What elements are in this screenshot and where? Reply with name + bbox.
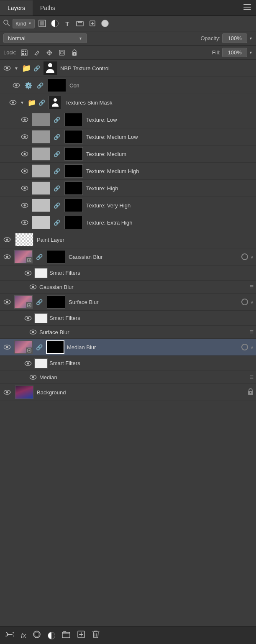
layer-name: Paint Layer xyxy=(37,237,253,243)
pixel-filter-icon[interactable] xyxy=(37,18,47,28)
expand-arrow[interactable]: ▼ xyxy=(20,100,24,105)
collapse-arrow[interactable]: ∧ xyxy=(251,345,253,350)
layer-name: Background xyxy=(37,389,246,396)
eye-icon[interactable] xyxy=(20,218,29,227)
search-icon xyxy=(3,20,10,28)
svg-point-32 xyxy=(23,153,26,155)
smartobject-filter-icon[interactable] xyxy=(87,18,97,28)
shape-filter-icon[interactable] xyxy=(75,18,85,28)
svg-point-67 xyxy=(250,392,251,393)
eye-icon[interactable] xyxy=(28,373,38,382)
layer-row[interactable]: 🔗 Surface Blur ∧ xyxy=(0,294,256,311)
eye-icon[interactable] xyxy=(3,235,12,244)
svg-rect-1 xyxy=(243,7,251,8)
layer-row[interactable]: ▼ 📁 🔗 Textures Skin Mask xyxy=(0,94,256,111)
svg-rect-13 xyxy=(22,53,24,55)
fill-label: Fill: xyxy=(212,49,220,56)
layer-row[interactable]: 🔗 Texture: Medium High xyxy=(0,163,256,180)
smart-filter-thumbnail xyxy=(34,268,48,278)
layer-row[interactable]: 🔗 Gaussian Blur ∧ xyxy=(0,248,256,266)
layer-thumbnail xyxy=(48,79,66,92)
layer-row[interactable]: 🔗 Texture: Extra High xyxy=(0,214,256,231)
blend-mode-select[interactable]: Normal ▼ xyxy=(3,33,87,43)
delete-layer-button[interactable] xyxy=(92,630,100,641)
svg-point-28 xyxy=(23,118,26,120)
add-mask-button[interactable] xyxy=(33,630,41,641)
eye-icon[interactable] xyxy=(23,314,33,323)
layer-thumbnail xyxy=(15,233,33,246)
eye-icon[interactable] xyxy=(23,359,33,368)
eye-icon[interactable] xyxy=(20,166,29,176)
collapse-arrow[interactable]: ∧ xyxy=(251,300,253,304)
fill-input[interactable]: 100% xyxy=(222,48,247,57)
layer-row[interactable]: 🔗 Texture: Medium Low xyxy=(0,128,256,146)
adjustment-icon: ⚙️ xyxy=(24,82,33,89)
new-adjustment-button[interactable] xyxy=(48,632,55,639)
eye-icon[interactable] xyxy=(12,81,21,90)
svg-point-44 xyxy=(6,256,8,258)
tab-paths[interactable]: Paths xyxy=(33,0,63,15)
svg-rect-11 xyxy=(22,51,24,52)
layer-thumbnail xyxy=(49,96,62,109)
smart-filters-label: Smart Filters xyxy=(49,270,253,276)
eye-icon[interactable] xyxy=(3,297,12,307)
layer-thumbnail xyxy=(32,147,50,161)
svg-point-63 xyxy=(32,376,34,378)
eye-icon[interactable] xyxy=(3,342,12,352)
eye-icon[interactable] xyxy=(3,64,12,73)
layer-row[interactable]: 🔗 Texture: Very High xyxy=(0,197,256,214)
svg-point-26 xyxy=(54,98,57,102)
adjustment-filter-icon[interactable] xyxy=(50,18,60,28)
lock-artboard-icon[interactable] xyxy=(57,48,67,57)
eye-icon[interactable] xyxy=(3,388,12,397)
eye-icon[interactable] xyxy=(23,268,33,278)
layer-row[interactable]: 🔗 Texture: High xyxy=(0,180,256,197)
layer-row[interactable]: ⚙️ 🔗 Con xyxy=(0,77,256,94)
opacity-arrow[interactable]: ▼ xyxy=(249,36,253,41)
eye-icon[interactable] xyxy=(28,327,38,337)
new-group-button[interactable] xyxy=(62,631,70,640)
blend-mode-arrow: ▼ xyxy=(79,36,82,41)
layer-row[interactable]: 🔗 Texture: Medium xyxy=(0,146,256,163)
filter-settings-icon[interactable]: ≡ xyxy=(250,283,253,291)
layer-name: Texture: Medium Low xyxy=(86,134,253,140)
layer-mask-thumbnail xyxy=(64,216,83,229)
svg-rect-7 xyxy=(77,21,83,26)
eye-icon[interactable] xyxy=(20,184,29,193)
eye-icon[interactable] xyxy=(20,149,29,158)
tab-layers[interactable]: Layers xyxy=(0,0,33,15)
collapse-arrow[interactable]: ∧ xyxy=(251,255,253,259)
lock-paint-icon[interactable] xyxy=(32,48,41,57)
opacity-input[interactable]: 100% xyxy=(222,33,247,43)
eye-icon[interactable] xyxy=(28,282,38,291)
layer-thumbnail xyxy=(44,61,57,75)
lock-all-icon[interactable] xyxy=(70,48,79,57)
text-filter-icon[interactable]: T xyxy=(62,18,72,28)
panel-menu-button[interactable] xyxy=(238,0,256,15)
layer-row[interactable]: Paint Layer xyxy=(0,231,256,248)
fx-button[interactable]: fx xyxy=(21,632,26,639)
new-layer-button[interactable] xyxy=(77,630,85,641)
svg-rect-16 xyxy=(61,51,63,54)
eye-icon[interactable] xyxy=(20,132,29,141)
link-layers-button[interactable] xyxy=(5,631,14,640)
filter-settings-icon[interactable]: ≡ xyxy=(250,373,253,381)
expand-arrow[interactable]: ▼ xyxy=(14,66,18,71)
svg-rect-70 xyxy=(62,632,70,638)
layer-row[interactable]: ▼ 📁 🔗 NBP Texture Control xyxy=(0,60,256,77)
fill-arrow[interactable]: ▼ xyxy=(249,51,253,55)
layer-row[interactable]: Background xyxy=(0,384,256,401)
kind-select[interactable]: Kind ▼ xyxy=(13,19,35,28)
eye-icon[interactable] xyxy=(20,201,29,210)
layer-row[interactable]: 🔗 Median Blur ∧ xyxy=(0,339,256,356)
layer-name: Texture: Very High xyxy=(86,202,253,209)
eye-icon[interactable] xyxy=(8,98,18,107)
layer-name: Texture: Extra High xyxy=(86,220,253,226)
filter-settings-icon[interactable]: ≡ xyxy=(250,328,253,336)
lock-pixels-icon[interactable] xyxy=(20,48,29,57)
eye-icon[interactable] xyxy=(3,252,12,261)
circle-filter-icon[interactable] xyxy=(100,18,110,28)
lock-move-icon[interactable] xyxy=(45,48,54,57)
eye-icon[interactable] xyxy=(20,115,29,124)
layer-row[interactable]: 🔗 Texture: Low xyxy=(0,111,256,128)
